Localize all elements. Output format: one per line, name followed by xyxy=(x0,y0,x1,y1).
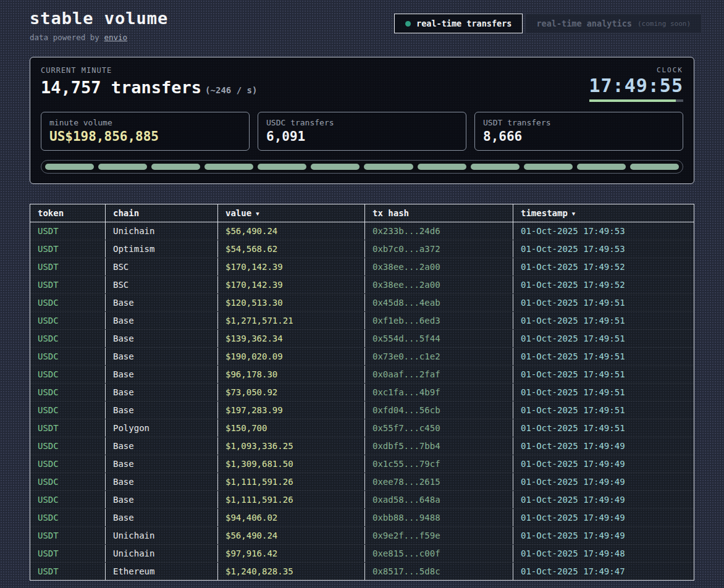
cell-value: $73,050.92 xyxy=(218,384,365,401)
cell-value: $1,111,591.26 xyxy=(218,491,365,508)
stat-label: minute volume xyxy=(49,118,241,127)
cell-token: USDC xyxy=(30,330,106,347)
cell-timestamp: 01-Oct-2025 17:49:53 xyxy=(513,222,694,240)
cell-tx-hash[interactable]: 0xbb88...9488 xyxy=(365,509,513,526)
cell-token: USDT xyxy=(30,276,106,293)
cell-tx-hash[interactable]: 0x55f7...c450 xyxy=(365,419,513,437)
cell-tx-hash[interactable]: 0xdbf5...7bb4 xyxy=(365,437,513,455)
envio-link[interactable]: envio xyxy=(104,33,127,42)
cell-value: $150,700 xyxy=(218,419,365,437)
cell-token: USDC xyxy=(30,294,106,311)
cell-timestamp: 01-Oct-2025 17:49:51 xyxy=(513,401,694,419)
cell-tx-hash[interactable]: 0x38ee...2a00 xyxy=(365,258,513,275)
table-row: USDTBSC$170,142.390x38ee...2a0001-Oct-20… xyxy=(30,276,694,294)
table-row: USDTPolygon$150,7000x55f7...c45001-Oct-2… xyxy=(30,419,694,437)
cell-tx-hash[interactable]: 0x554d...5f44 xyxy=(365,330,513,347)
cell-token: USDT xyxy=(30,563,106,580)
column-header-timestamp[interactable]: timestamp▼ xyxy=(513,204,694,222)
tab-real-time-transfers[interactable]: real-time transfers xyxy=(394,14,523,33)
cell-chain: Base xyxy=(106,437,218,455)
volume-segment xyxy=(204,164,253,170)
cell-tx-hash[interactable]: 0x1c55...79cf xyxy=(365,455,513,472)
table-row: USDCBase$197,283.990xfd04...56cb01-Oct-2… xyxy=(30,401,694,419)
cell-value: $1,093,336.25 xyxy=(218,437,365,455)
page-title: stable volume xyxy=(30,9,168,28)
transfer-rate: (~246 / s) xyxy=(205,85,257,95)
cell-token: USDC xyxy=(30,473,106,490)
cell-chain: Optimism xyxy=(106,240,218,258)
current-minute-panel: CURRENT MINUTE 14,757 transfers(~246 / s… xyxy=(30,57,694,184)
cell-tx-hash[interactable]: 0xc1fa...4b9f xyxy=(365,384,513,401)
cell-tx-hash[interactable]: 0x8517...5d8c xyxy=(365,563,513,580)
cell-timestamp: 01-Oct-2025 17:49:48 xyxy=(513,545,694,562)
column-label: value xyxy=(225,208,251,218)
cell-token: USDC xyxy=(30,401,106,419)
table-row: USDTOptimism$54,568.620xb7c0...a37201-Oc… xyxy=(30,240,694,258)
cell-chain: Base xyxy=(106,473,218,490)
cell-tx-hash[interactable]: 0x9e2f...f59e xyxy=(365,527,513,544)
cell-tx-hash[interactable]: 0x73e0...c1e2 xyxy=(365,348,513,365)
column-label: timestamp xyxy=(521,208,568,218)
column-header-hash: tx hash xyxy=(365,204,513,222)
cell-timestamp: 01-Oct-2025 17:49:49 xyxy=(513,437,694,455)
volume-segment xyxy=(418,164,466,170)
top-bar: stable volume data powered by envio real… xyxy=(30,9,694,42)
sort-descending-icon: ▼ xyxy=(572,211,575,217)
cell-value: $170,142.39 xyxy=(218,258,365,275)
cell-chain: Base xyxy=(106,348,218,365)
cell-tx-hash[interactable]: 0xee78...2615 xyxy=(365,473,513,490)
table-row: USDCBase$96,178.300x0aaf...2faf01-Oct-20… xyxy=(30,366,694,384)
current-minute-label: CURRENT MINUTE xyxy=(41,66,257,75)
cell-chain: Base xyxy=(106,509,218,526)
cell-value: $197,283.99 xyxy=(218,401,365,419)
cell-timestamp: 01-Oct-2025 17:49:51 xyxy=(513,419,694,437)
cell-tx-hash[interactable]: 0xfd04...56cb xyxy=(365,401,513,419)
table-row: USDCBase$1,093,336.250xdbf5...7bb401-Oct… xyxy=(30,437,694,455)
cell-token: USDC xyxy=(30,491,106,508)
volume-segment xyxy=(577,164,626,170)
stat-value: 8,666 xyxy=(483,129,675,144)
cell-tx-hash[interactable]: 0x233b...24d6 xyxy=(365,222,513,240)
volume-segment xyxy=(45,164,94,170)
cell-tx-hash[interactable]: 0xb7c0...a372 xyxy=(365,240,513,258)
cell-chain: Unichain xyxy=(106,222,218,240)
coming-soon-note: (coming soon) xyxy=(638,20,691,28)
stat-card-usdt-transfers: USDT transfers 8,666 xyxy=(474,112,683,151)
cell-tx-hash[interactable]: 0xf1eb...6ed3 xyxy=(365,312,513,329)
volume-segment xyxy=(151,164,200,170)
cell-timestamp: 01-Oct-2025 17:49:49 xyxy=(513,509,694,526)
cell-token: USDC xyxy=(30,366,106,383)
column-header-token: token xyxy=(30,204,106,222)
cell-tx-hash[interactable]: 0x38ee...2a00 xyxy=(365,276,513,293)
sort-descending-icon: ▼ xyxy=(256,211,259,217)
cell-token: USDC xyxy=(30,348,106,365)
clock-time: 17:49:55 xyxy=(589,75,684,96)
stat-label: USDT transfers xyxy=(483,118,675,127)
cell-chain: Base xyxy=(106,491,218,508)
stat-value: US$198,856,885 xyxy=(49,129,241,144)
cell-tx-hash[interactable]: 0x45d8...4eab xyxy=(365,294,513,311)
cell-timestamp: 01-Oct-2025 17:49:51 xyxy=(513,312,694,329)
cell-chain: Base xyxy=(106,330,218,347)
stat-label: USDC transfers xyxy=(266,118,458,127)
table-row: USDCBase$120,513.300x45d8...4eab01-Oct-2… xyxy=(30,294,694,312)
table-row: USDCBase$1,271,571.210xf1eb...6ed301-Oct… xyxy=(30,312,694,330)
cell-tx-hash[interactable]: 0xe815...c00f xyxy=(365,545,513,562)
cell-timestamp: 01-Oct-2025 17:49:49 xyxy=(513,491,694,508)
stat-value: 6,091 xyxy=(266,129,458,144)
cell-tx-hash[interactable]: 0xad58...648a xyxy=(365,491,513,508)
cell-timestamp: 01-Oct-2025 17:49:52 xyxy=(513,258,694,275)
volume-segment xyxy=(630,164,679,170)
cell-token: USDC xyxy=(30,312,106,329)
cell-value: $1,271,571.21 xyxy=(218,312,365,329)
seconds-progress-fill xyxy=(589,99,676,102)
table-row: USDTUnichain$56,490.240x233b...24d601-Oc… xyxy=(30,222,694,240)
page: stable volume data powered by envio real… xyxy=(0,0,724,588)
live-dot-icon xyxy=(405,21,411,27)
cell-tx-hash[interactable]: 0x0aaf...2faf xyxy=(365,366,513,383)
column-label: token xyxy=(38,208,64,218)
column-header-value[interactable]: value▼ xyxy=(218,204,365,222)
tab-real-time-analytics: real-time analytics (coming soon) xyxy=(525,14,702,33)
transfers-table: tokenchainvalue▼tx hashtimestamp▼ USDTUn… xyxy=(30,204,694,581)
branding: stable volume data powered by envio xyxy=(30,9,168,42)
